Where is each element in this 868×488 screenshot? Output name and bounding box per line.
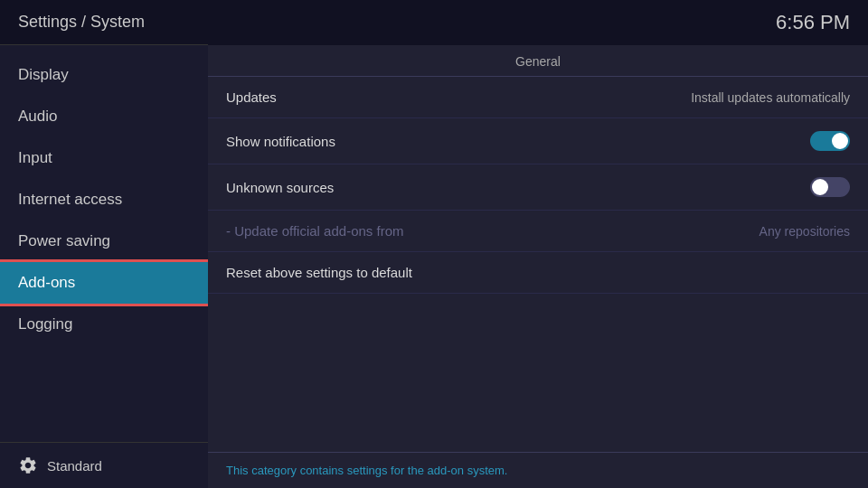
sidebar-item-add-ons[interactable]: Add-ons — [0, 262, 208, 304]
setting-label-show-notifications: Show notifications — [226, 134, 335, 149]
main-content: 6:56 PM General UpdatesInstall updates a… — [208, 0, 868, 488]
main-footer: This category contains settings for the … — [208, 452, 868, 488]
sidebar: Settings / System DisplayAudioInputInter… — [0, 0, 208, 488]
sidebar-item-internet-access[interactable]: Internet access — [0, 179, 208, 221]
sidebar-title: Settings / System — [18, 13, 145, 31]
sidebar-footer: Standard — [0, 442, 208, 488]
setting-value-update-official-addons: Any repositories — [760, 224, 850, 239]
sidebar-nav: DisplayAudioInputInternet accessPower sa… — [0, 45, 208, 442]
toggle-knob-show-notifications — [832, 133, 848, 149]
reset-label[interactable]: Reset above settings to default — [226, 265, 412, 280]
standard-label: Standard — [47, 458, 102, 474]
setting-row-show-notifications[interactable]: Show notifications — [208, 118, 868, 164]
setting-row-update-official-addons[interactable]: - Update official add-ons fromAny reposi… — [208, 211, 868, 252]
app-container: Settings / System DisplayAudioInputInter… — [0, 0, 868, 488]
setting-label-updates: Updates — [226, 89, 277, 105]
reset-row[interactable]: Reset above settings to default — [208, 252, 868, 294]
setting-value-updates: Install updates automatically — [691, 90, 850, 105]
settings-area: General UpdatesInstall updates automatic… — [208, 45, 868, 452]
sidebar-item-input[interactable]: Input — [0, 137, 208, 179]
setting-label-update-official-addons: - Update official add-ons from — [226, 223, 404, 239]
toggle-show-notifications[interactable] — [810, 131, 850, 151]
clock: 6:56 PM — [776, 11, 850, 34]
setting-row-unknown-sources[interactable]: Unknown sources — [208, 164, 868, 211]
sidebar-header: Settings / System — [0, 0, 208, 45]
section-title: General — [208, 45, 868, 77]
gear-icon — [18, 455, 38, 475]
setting-label-unknown-sources: Unknown sources — [226, 180, 334, 195]
sidebar-item-audio[interactable]: Audio — [0, 96, 208, 137]
toggle-unknown-sources[interactable] — [810, 177, 850, 197]
toggle-knob-unknown-sources — [812, 179, 828, 195]
main-header: 6:56 PM — [208, 0, 868, 45]
settings-rows: UpdatesInstall updates automaticallyShow… — [208, 77, 868, 252]
footer-text: This category contains settings for the … — [226, 464, 507, 477]
sidebar-item-logging[interactable]: Logging — [0, 304, 208, 345]
sidebar-item-display[interactable]: Display — [0, 54, 208, 96]
setting-row-updates[interactable]: UpdatesInstall updates automatically — [208, 77, 868, 118]
sidebar-item-power-saving[interactable]: Power saving — [0, 221, 208, 262]
